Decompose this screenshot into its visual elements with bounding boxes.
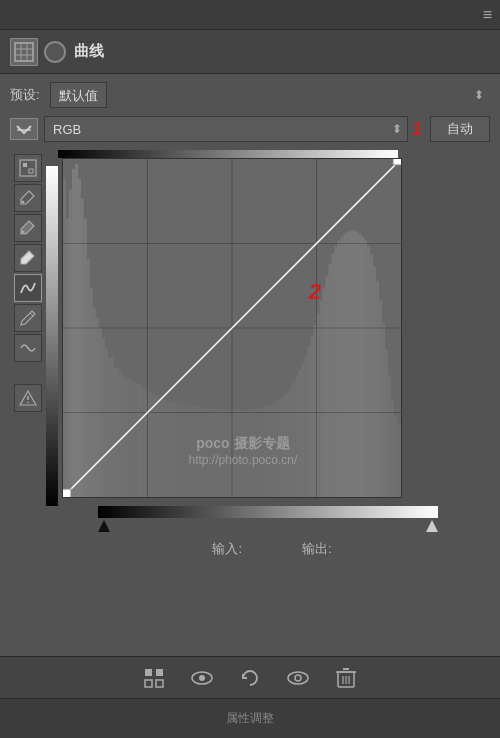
top-bar: ≡ xyxy=(0,0,500,30)
panel-title: 曲线 xyxy=(74,42,104,61)
point-select-tool[interactable] xyxy=(14,154,42,182)
channel-arrow-icon[interactable] xyxy=(10,118,38,140)
svg-text:!: ! xyxy=(22,399,23,405)
output-item: 输出: xyxy=(302,540,332,560)
eyedropper-white-tool[interactable] xyxy=(14,244,42,272)
delete-button[interactable] xyxy=(330,662,362,694)
curve-line-svg[interactable] xyxy=(63,159,401,497)
left-toolbar: ! xyxy=(10,150,46,412)
pencil-tool[interactable] xyxy=(14,304,42,332)
panel-area: 预设: 默认值 RGB 1 自动 xyxy=(0,82,500,560)
black-point[interactable] xyxy=(98,520,110,532)
svg-point-15 xyxy=(27,402,29,404)
svg-point-10 xyxy=(22,231,25,234)
top-gradient-bar xyxy=(58,150,398,158)
svg-marker-140 xyxy=(426,520,438,532)
curve-container[interactable]: 2 poco 摄影专题 http://photo.poco.cn/ xyxy=(62,158,402,498)
panel-header: 曲线 xyxy=(0,30,500,74)
svg-rect-143 xyxy=(145,680,152,687)
channel-select[interactable]: RGB xyxy=(44,116,408,142)
circle-icon xyxy=(44,41,66,63)
svg-rect-0 xyxy=(15,43,33,61)
svg-point-146 xyxy=(199,675,205,681)
svg-line-12 xyxy=(30,313,33,316)
visibility-button[interactable] xyxy=(282,662,314,694)
svg-rect-142 xyxy=(156,669,163,676)
input-item: 输入: xyxy=(212,540,242,560)
curve-section: 2 poco 摄影专题 http://photo.poco.cn/ xyxy=(46,150,438,532)
channel-number-label: 1 xyxy=(412,119,422,140)
channel-row: RGB 1 自动 xyxy=(10,116,490,142)
svg-point-11 xyxy=(22,261,25,264)
eye-button[interactable] xyxy=(186,662,218,694)
auto-button[interactable]: 自动 xyxy=(430,116,490,142)
svg-point-147 xyxy=(288,672,308,684)
left-gradient-bar xyxy=(46,166,58,506)
white-point[interactable] xyxy=(426,520,438,532)
svg-point-148 xyxy=(295,675,301,681)
preset-label: 预设: xyxy=(10,86,42,104)
panel-menu-icon[interactable]: ≡ xyxy=(483,6,492,24)
curve-draw-tool[interactable] xyxy=(14,274,42,302)
svg-rect-144 xyxy=(156,680,163,687)
io-row: 输入: 输出: xyxy=(54,540,490,560)
preset-select[interactable]: 默认值 xyxy=(50,82,107,108)
footer-text: 属性调整 xyxy=(226,710,274,727)
svg-rect-6 xyxy=(20,160,36,176)
svg-rect-141 xyxy=(145,669,152,676)
curve-number-label: 2 xyxy=(309,279,321,305)
smooth-tool[interactable] xyxy=(14,334,42,362)
output-label: 输出: xyxy=(302,540,332,558)
svg-point-9 xyxy=(22,201,25,204)
svg-rect-137 xyxy=(63,489,71,497)
bottom-toolbar xyxy=(0,656,500,698)
curves-grid-icon xyxy=(10,38,38,66)
point-row xyxy=(98,520,438,532)
warning-tool[interactable]: ! xyxy=(14,384,42,412)
curve-outer: ! xyxy=(10,150,490,532)
channel-select-wrapper: RGB xyxy=(44,116,408,142)
target-adjustment-button[interactable] xyxy=(138,662,170,694)
svg-marker-139 xyxy=(98,520,110,532)
footer: 属性调整 xyxy=(0,698,500,738)
eyedropper-black-tool[interactable] xyxy=(14,184,42,212)
svg-line-136 xyxy=(65,161,399,495)
input-label: 输入: xyxy=(212,540,242,558)
svg-rect-7 xyxy=(23,163,27,167)
preset-row: 预设: 默认值 xyxy=(10,82,490,108)
svg-rect-8 xyxy=(29,169,33,173)
svg-rect-138 xyxy=(393,159,401,165)
reset-button[interactable] xyxy=(234,662,266,694)
preset-select-wrapper: 默认值 xyxy=(50,82,490,108)
bottom-gradient-wrapper xyxy=(46,506,438,518)
bottom-gradient-bar xyxy=(98,506,438,518)
eyedropper-gray-tool[interactable] xyxy=(14,214,42,242)
